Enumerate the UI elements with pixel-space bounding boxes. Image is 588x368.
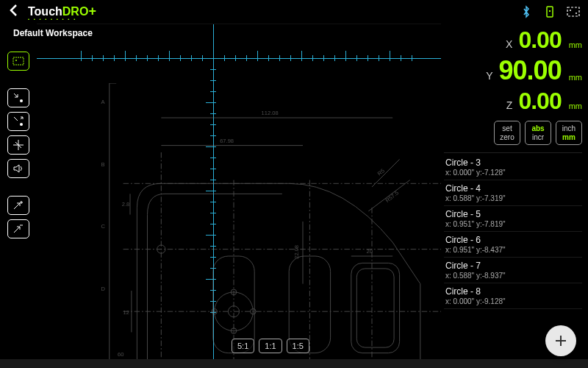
- svg-text:R5: R5: [376, 167, 386, 177]
- svg-point-7: [20, 99, 23, 102]
- fullscreen-icon[interactable]: [564, 3, 582, 21]
- zoom-button-group: 5:1 1:1 1:5: [232, 339, 309, 353]
- svg-point-4: [576, 13, 577, 14]
- bluetooth-icon[interactable]: [517, 3, 535, 21]
- zoom-5-1-button[interactable]: 5:1: [232, 339, 254, 353]
- svg-rect-31: [356, 269, 394, 347]
- svg-rect-2: [567, 7, 579, 16]
- svg-point-8: [20, 123, 23, 126]
- svg-text:67.98: 67.98: [220, 138, 234, 144]
- top-bar: TouchDRO+ • • • • • • • • •: [0, 0, 588, 24]
- svg-text:20: 20: [366, 248, 372, 255]
- axis-row-z[interactable]: Z 0.00 mm: [444, 88, 582, 115]
- svg-text:D: D: [101, 286, 106, 292]
- tool-view-button[interactable]: [7, 52, 29, 71]
- svg-text:22.08: 22.08: [293, 245, 300, 259]
- zoom-1-5-button[interactable]: 1:5: [287, 339, 309, 353]
- svg-text:112.08: 112.08: [262, 110, 279, 116]
- app-logo: TouchDRO+ • • • • • • • • •: [28, 4, 96, 21]
- svg-text:A: A: [101, 99, 105, 105]
- axis-row-x[interactable]: X 0.00 mm: [444, 26, 582, 54]
- add-fab-button[interactable]: [545, 325, 576, 356]
- set-zero-button[interactable]: set zero: [494, 121, 520, 145]
- svg-text:C: C: [101, 223, 106, 230]
- list-item[interactable]: Circle - 3 x: 0.000" y:-7.128": [444, 155, 582, 180]
- svg-point-6: [15, 60, 17, 61]
- svg-text:B: B: [101, 161, 105, 168]
- svg-rect-5: [13, 57, 24, 65]
- canvas-area[interactable]: 4 5 6 7 8 A B C D: [37, 24, 441, 359]
- svg-rect-30: [351, 263, 400, 353]
- svg-point-3: [570, 10, 571, 11]
- tool-probe-up-button[interactable]: [7, 112, 29, 131]
- tool-axis-cross-button[interactable]: [7, 135, 29, 155]
- svg-rect-1: [549, 10, 551, 12]
- list-item[interactable]: Circle - 5 x: 0.951" y:-7.819": [444, 206, 582, 232]
- svg-text:60: 60: [118, 351, 123, 358]
- tool-column: [0, 24, 37, 359]
- android-nav-bar: [0, 359, 588, 368]
- abs-incr-button[interactable]: abs incr: [525, 121, 551, 145]
- list-item[interactable]: Circle - 8 x: 0.000" y:-9.128": [444, 283, 582, 309]
- axis-row-y[interactable]: Y 90.00 mm: [444, 55, 582, 86]
- tool-measure-minus-button[interactable]: [7, 219, 29, 238]
- ruler-horizontal: [37, 58, 441, 59]
- tool-speaker-button[interactable]: [7, 159, 29, 178]
- svg-text:R57.5: R57.5: [384, 189, 400, 203]
- list-item[interactable]: Circle - 7 x: 0.588" y:-8.937": [444, 258, 582, 283]
- inch-mm-button[interactable]: inch mm: [556, 121, 582, 145]
- tool-measure-plus-button[interactable]: [7, 196, 29, 215]
- readout-panel: X 0.00 mm Y 90.00 mm Z 0.00 mm set zero: [441, 24, 588, 359]
- back-button[interactable]: [6, 4, 22, 21]
- svg-text:2.8: 2.8: [122, 201, 129, 208]
- list-item[interactable]: Circle - 6 x: 0.951" y:-8.437": [444, 232, 582, 258]
- list-item[interactable]: Circle - 4 x: 0.588" y:-7.319": [444, 180, 582, 206]
- svg-line-52: [372, 159, 400, 187]
- zoom-1-1-button[interactable]: 1:1: [259, 339, 282, 353]
- svg-text:12: 12: [123, 309, 129, 316]
- blueprint-drawing: 4 5 6 7 8 A B C D: [96, 83, 441, 359]
- tool-probe-down-button[interactable]: [7, 88, 29, 107]
- device-icon[interactable]: [541, 3, 559, 21]
